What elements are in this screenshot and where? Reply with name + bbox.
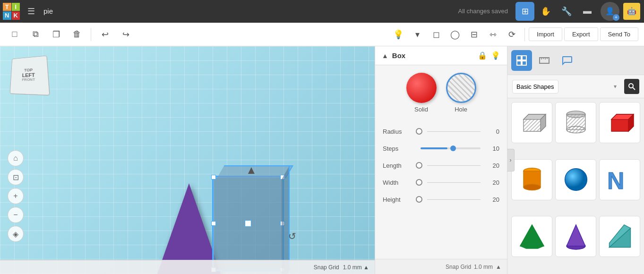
- steps-slider[interactable]: [421, 147, 481, 149]
- length-value[interactable]: 20: [485, 162, 499, 169]
- shape-a-btn[interactable]: ◻: [427, 26, 445, 43]
- duplicate-btn[interactable]: ❐: [47, 26, 65, 43]
- align-btn[interactable]: ⊟: [465, 26, 483, 43]
- shape-box-striped-gray[interactable]: [511, 102, 552, 143]
- svg-rect-1: [522, 56, 526, 60]
- grab-btn[interactable]: ✋: [536, 2, 555, 21]
- shape-cylinder-striped[interactable]: [555, 102, 596, 143]
- block-btn[interactable]: ▬: [578, 2, 597, 21]
- handle-tl[interactable]: [211, 175, 216, 180]
- robot-icon[interactable]: 🤖: [623, 3, 640, 20]
- grid-view-btn[interactable]: ⊞: [515, 2, 534, 21]
- shapes-category-select[interactable]: Basic Shapes: [512, 80, 558, 94]
- radius-label: Radius: [383, 128, 416, 135]
- user-icon[interactable]: 👤 +: [601, 2, 619, 21]
- snap-value[interactable]: 1.0 mm ▲: [343, 264, 369, 271]
- logo-i: I: [12, 3, 20, 11]
- view-tools: 💡 ▾ ◻ ◯ ⊟ ⇿ ⟳: [389, 26, 521, 43]
- shape-pyramid-green[interactable]: [511, 216, 552, 257]
- shape-b-btn[interactable]: ◯: [446, 26, 464, 43]
- snap-bar: Snap Grid 1.0 mm ▲: [0, 260, 375, 274]
- handle-center[interactable]: [245, 220, 251, 227]
- user-avatar: 👤: [605, 7, 615, 16]
- panel-collapse-handle[interactable]: ›: [507, 149, 515, 171]
- lock-icon[interactable]: 🔒: [478, 51, 487, 60]
- send-to-btn[interactable]: Send To: [600, 27, 638, 41]
- props-collapse-btn[interactable]: ▲: [382, 52, 388, 60]
- canvas-area[interactable]: TOP LEFT FRONT ⌂ ⊡ + − ◈: [0, 46, 375, 274]
- shape-wedge-teal[interactable]: [599, 216, 640, 257]
- search-shapes-btn[interactable]: [624, 79, 639, 94]
- solid-label: Solid: [414, 106, 428, 113]
- shapes-grid: N: [507, 98, 644, 274]
- height-circle[interactable]: [416, 196, 422, 203]
- topbar-icons: ⊞ ✋ 🔧 ▬: [515, 2, 597, 21]
- shape-sphere-blue[interactable]: [555, 159, 596, 200]
- logo-t: T: [3, 3, 11, 11]
- import-btn[interactable]: Import: [529, 27, 562, 41]
- width-row: Width 20: [383, 175, 499, 189]
- logo-k: K: [12, 11, 20, 20]
- height-arrow[interactable]: ▲: [246, 163, 257, 177]
- tools-btn[interactable]: 🔧: [557, 2, 576, 21]
- copy-btn[interactable]: ⧉: [26, 26, 44, 43]
- logo[interactable]: T I N K: [0, 0, 23, 23]
- radius-value[interactable]: 0: [485, 128, 499, 135]
- box-red-icon: [603, 106, 637, 140]
- handle-mr[interactable]: [280, 221, 285, 226]
- snap-bottom: Snap Grid 1.0 mm ▲: [375, 259, 507, 274]
- shape-cylinder-orange[interactable]: [511, 159, 552, 200]
- shapes-panel: Basic Shapes ▾: [507, 46, 644, 274]
- handle-ml[interactable]: [211, 221, 216, 226]
- hole-option[interactable]: Hole: [446, 73, 476, 113]
- box-object[interactable]: [213, 176, 283, 271]
- width-value[interactable]: 20: [485, 179, 499, 186]
- undo-btn[interactable]: ↩: [96, 26, 114, 43]
- light-btn[interactable]: 💡: [389, 26, 407, 43]
- length-circle[interactable]: [416, 162, 422, 169]
- tab-grid[interactable]: [511, 50, 532, 71]
- grid-tab-icon: [516, 55, 527, 66]
- workplane-btn[interactable]: □: [6, 26, 24, 43]
- select-arrow-icon: ▾: [614, 83, 617, 90]
- steps-fill: [421, 147, 447, 149]
- length-row: Length 20: [383, 158, 499, 172]
- rotate-handle[interactable]: ↺: [288, 231, 296, 242]
- props-panel: ▲ Box 🔒 💡 Solid Hole Radius: [375, 46, 507, 274]
- delete-btn[interactable]: 🗑: [68, 26, 86, 43]
- height-value[interactable]: 20: [485, 196, 499, 203]
- steps-row: Steps 10: [383, 141, 499, 155]
- snap-value-props[interactable]: 1.0 mm: [474, 264, 493, 270]
- tab-comment[interactable]: [557, 50, 577, 71]
- cone-purple-icon: [559, 220, 593, 254]
- export-btn[interactable]: Export: [564, 27, 598, 41]
- height-label: Height: [383, 196, 416, 203]
- steps-value[interactable]: 10: [485, 145, 499, 152]
- project-name[interactable]: pie: [40, 7, 458, 15]
- shape-text[interactable]: N: [599, 159, 640, 200]
- width-circle[interactable]: [416, 179, 422, 186]
- snap-arrow-up[interactable]: ▲: [496, 264, 501, 270]
- sphere-blue-icon: [559, 163, 593, 197]
- svg-marker-27: [520, 225, 543, 248]
- svg-rect-2: [517, 61, 521, 65]
- light-dropdown-btn[interactable]: ▾: [408, 26, 426, 43]
- handle-tr[interactable]: [280, 175, 285, 180]
- shapes-header: Basic Shapes ▾: [507, 75, 644, 98]
- shape-cone-purple[interactable]: [555, 216, 596, 257]
- toolbar-separator: [91, 28, 91, 41]
- flip-btn[interactable]: ⇿: [484, 26, 502, 43]
- bulb-icon[interactable]: 💡: [491, 51, 500, 60]
- shape-box-red[interactable]: [599, 102, 640, 143]
- height-row: Height 20: [383, 192, 499, 206]
- solid-option[interactable]: Solid: [406, 73, 437, 113]
- hole-circle: [446, 73, 476, 103]
- cylinder-orange-icon: [515, 163, 549, 197]
- steps-label: Steps: [383, 145, 416, 152]
- menu-icon[interactable]: ☰: [23, 6, 40, 17]
- steps-thumb[interactable]: [450, 146, 456, 151]
- tab-ruler[interactable]: [534, 50, 555, 71]
- radius-circle[interactable]: [416, 128, 422, 135]
- redo-btn[interactable]: ↪: [117, 26, 135, 43]
- group-btn[interactable]: ⟳: [503, 26, 521, 43]
